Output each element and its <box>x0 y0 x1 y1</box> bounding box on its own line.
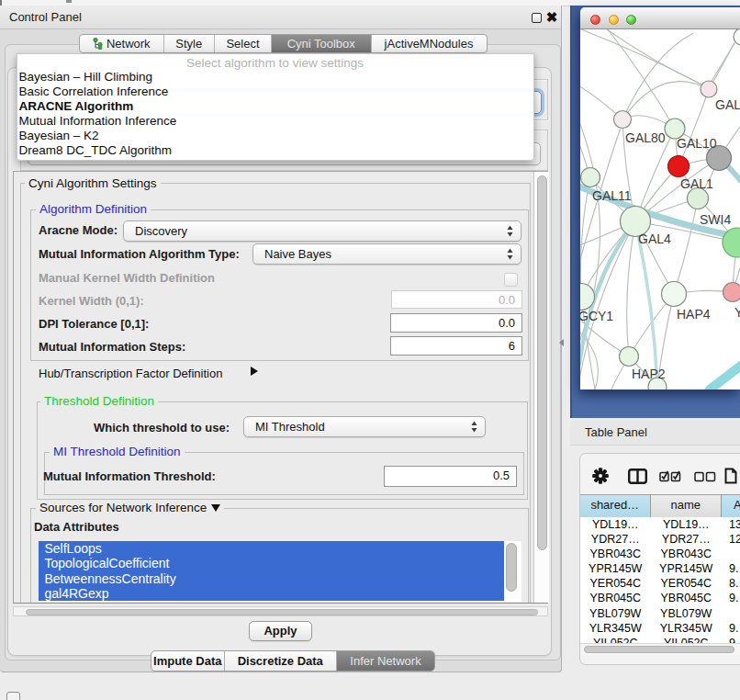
mi-steps-label: Mutual Information Steps: <box>39 341 185 354</box>
column-header-shared[interactable]: shared… <box>580 495 651 517</box>
cyni-bottom-tabbar: Impute DataDiscretize DataInfer Network <box>151 650 435 672</box>
tab-label: Cyni Toolbox <box>287 35 355 52</box>
table-horizontal-scrollbar-thumb[interactable] <box>584 646 734 653</box>
algorithm-option[interactable]: Dream8 DC_TDC Algorithm <box>19 143 533 158</box>
bottom-left-checkbox[interactable] <box>6 692 20 700</box>
network-edge <box>674 198 698 294</box>
which-threshold-label: Which threshold to use: <box>94 422 230 435</box>
aracne-mode-combobox[interactable]: Discovery <box>123 220 521 242</box>
network-icon <box>93 38 103 50</box>
column-header-name[interactable]: name <box>651 495 723 517</box>
manual-kernel-checkbox[interactable] <box>504 273 518 287</box>
network-window-titlebar[interactable] <box>580 7 740 29</box>
list-scrollbar-thumb[interactable] <box>506 543 517 592</box>
node-label: GAL80 <box>625 130 666 145</box>
table-row[interactable]: YBL079WYBL079W <box>580 606 740 621</box>
algorithm-option[interactable]: Bayesian – K2 <box>19 129 533 143</box>
algorithm-option[interactable]: Mutual Information Inference <box>19 114 533 129</box>
table-toolbar <box>579 464 740 488</box>
kernel-width-field[interactable]: 0.0 <box>391 290 522 309</box>
table-cell: YPR145W <box>580 561 651 576</box>
mi-threshold-field[interactable]: 0.5 <box>384 466 517 487</box>
table-row[interactable]: YBR045CYBR045C9. <box>580 591 740 605</box>
close-light-icon[interactable] <box>590 15 600 25</box>
attribute-list-item[interactable]: BetweennessCentrality <box>39 571 504 586</box>
table-row[interactable]: YLR345WYLR345W9. <box>580 621 740 636</box>
tab-label: Select <box>226 35 259 52</box>
close-icon[interactable]: ✖ <box>545 10 558 25</box>
cyni-algorithm-settings-title: Cyni Algorithm Settings <box>25 177 161 190</box>
network-node-gal11[interactable] <box>581 168 600 187</box>
deselect-all-icon[interactable] <box>694 470 716 482</box>
table-panel-title: Table Panel <box>585 421 647 445</box>
network-canvas[interactable]: GALGAL80GAL10GAL1GAL11SWI4GAL4GCY1HAP4YH… <box>580 29 740 390</box>
table-cell: YBR045C <box>651 591 723 605</box>
collapse-down-icon[interactable] <box>211 504 220 512</box>
apply-button[interactable]: Apply <box>249 621 312 641</box>
network-edge-highlighted <box>710 366 740 390</box>
algorithm-option[interactable]: ARACNE Algorithm <box>19 99 533 114</box>
float-window-icon[interactable] <box>532 13 542 23</box>
settings-horizontal-scrollbar-thumb[interactable] <box>26 609 538 615</box>
which-threshold-combobox[interactable]: MI Threshold <box>243 416 486 437</box>
tab-select[interactable]: Select <box>215 35 272 52</box>
network-node-y[interactable] <box>723 283 740 302</box>
tab-network[interactable]: Network <box>80 35 164 52</box>
settings-vertical-scrollbar-thumb[interactable] <box>537 175 547 550</box>
table-row[interactable]: YBR043CYBR043C <box>580 547 740 561</box>
node-label: HAP2 <box>632 367 666 381</box>
table-cell <box>722 606 740 621</box>
select-all-icon[interactable] <box>659 470 681 482</box>
table-row[interactable]: YDL19…YDL19…13 <box>580 517 740 532</box>
network-node-hap2[interactable] <box>620 347 639 367</box>
minimize-light-icon[interactable] <box>609 15 619 25</box>
tab-impute-data[interactable]: Impute Data <box>151 651 225 671</box>
table-cell: YBR043C <box>580 547 651 561</box>
control-panel-title: Control Panel <box>9 6 82 28</box>
algorithm-option[interactable]: Basic Correlation Inference <box>19 85 533 99</box>
zoom-light-icon[interactable] <box>626 15 636 25</box>
split-collapse-icon[interactable] <box>559 339 564 346</box>
attribute-list-item[interactable]: TopologicalCoefficient <box>39 556 504 570</box>
hub-definition-label[interactable]: Hub/Transcription Factor Definition <box>39 367 222 380</box>
attribute-list-item[interactable]: SelfLoops <box>39 541 504 556</box>
tab-discretize-data[interactable]: Discretize Data <box>225 651 338 671</box>
table-horizontal-scrollbar[interactable] <box>580 643 740 656</box>
expand-right-icon[interactable] <box>251 367 258 376</box>
tab-infer-network[interactable]: Infer Network <box>337 651 434 671</box>
algorithm-option[interactable]: Bayesian – Hill Climbing <box>19 70 533 85</box>
mi-type-value: Naive Bayes <box>264 244 331 264</box>
columns-icon[interactable] <box>628 469 647 484</box>
tab-cyni-toolbox[interactable]: Cyni Toolbox <box>272 35 372 52</box>
network-node-gal80[interactable] <box>614 111 632 129</box>
control-panel-titlebar[interactable] <box>0 6 561 29</box>
application-window: Control Panel ✖ NetworkStyleSelectCyni T… <box>0 0 740 700</box>
settings-vertical-scrollbar[interactable] <box>533 172 549 603</box>
table-row[interactable]: YDR27…YDR27…12 <box>580 532 740 547</box>
table-header: shared…nameAvg <box>580 494 740 516</box>
attribute-list-item[interactable]: gal4RGexp <box>39 586 504 601</box>
data-attributes-list[interactable]: SelfLoopsTopologicalCoefficientBetweenne… <box>39 541 521 602</box>
network-edge <box>711 43 734 83</box>
network-node-hap4[interactable] <box>662 282 687 307</box>
table-row[interactable]: YER054CYER054C8. <box>580 576 740 591</box>
table-row[interactable]: YPR145WYPR145W9. <box>580 561 740 576</box>
mi-steps-field[interactable]: 6 <box>390 336 522 356</box>
threshold-definition-title: Threshold Definition <box>40 395 158 408</box>
gear-icon[interactable] <box>592 468 609 484</box>
kernel-width-label: Kernel Width (0,1): <box>39 295 144 308</box>
column-header-Avg[interactable]: Avg <box>722 495 740 517</box>
settings-horizontal-scrollbar[interactable] <box>13 606 548 616</box>
tab-jactivemnodules[interactable]: jActiveMNodules <box>372 35 487 52</box>
table-cell: YLR345W <box>580 621 651 636</box>
file-icon[interactable] <box>724 468 737 484</box>
mi-type-combobox[interactable]: Naive Bayes <box>252 243 521 265</box>
tab-label: Network <box>107 35 151 52</box>
dpi-tolerance-field[interactable]: 0.0 <box>390 313 522 333</box>
tab-style[interactable]: Style <box>164 35 216 52</box>
network-node-gal[interactable] <box>701 81 717 97</box>
network-view-window[interactable]: GALGAL80GAL10GAL1GAL11SWI4GAL4GCY1HAP4YH… <box>580 7 740 390</box>
network-node-gal1[interactable] <box>668 156 690 177</box>
table-cell: YLR345W <box>651 621 723 636</box>
data-attributes-label: Data Attributes <box>34 521 119 534</box>
